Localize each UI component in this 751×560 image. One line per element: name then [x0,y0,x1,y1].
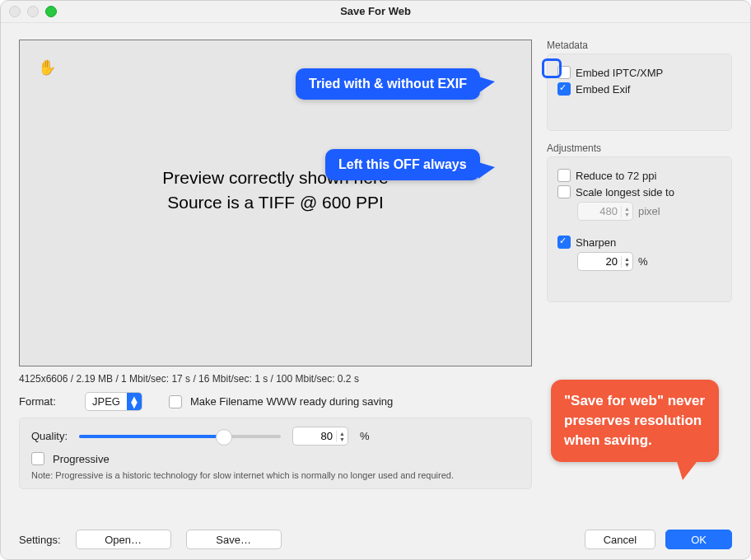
title-bar: Save For Web [1,1,750,23]
save-settings-button[interactable]: Save… [186,530,282,549]
scale-longest-checkbox[interactable] [557,185,571,198]
scale-longest-label: Scale longest side to [576,186,674,198]
www-filename-label: Make Filename WWW ready during saving [190,395,393,408]
adjustments-group: Reduce to 72 ppi Scale longest side to ▲… [547,156,732,302]
sharpen-input[interactable]: ▲▼ [577,252,633,271]
cancel-button[interactable]: Cancel [585,530,655,549]
format-label: Format: [19,395,77,408]
open-settings-button[interactable]: Open… [76,530,171,549]
annotation-adjustments-text: Left this OFF always [338,157,467,171]
stepper-icon[interactable]: ▲▼ [336,431,348,442]
stepper-icon: ▲▼ [621,206,632,217]
window-title: Save For Web [340,5,411,17]
embed-exif-checkbox[interactable] [557,82,571,96]
progressive-note: Note: Progressive is a historic technolo… [31,470,520,480]
hand-tool-icon: ✋ [38,58,56,77]
metadata-group: Embed IPTC/XMP Embed Exif [547,54,732,131]
minimize-window-button[interactable] [27,6,39,17]
stepper-icon[interactable]: ▲▼ [621,256,632,268]
progressive-label: Progressive [53,453,110,465]
window-controls [9,6,57,17]
save-for-web-window: Save For Web ✋ Preview correctly shown h… [0,0,751,560]
format-select[interactable]: JPEG ▲▼ [85,392,142,411]
ok-button[interactable]: OK [665,530,732,549]
percent-label: % [360,430,370,442]
sharpen-unit-label: % [638,255,648,268]
format-value: JPEG [86,395,127,408]
quality-value[interactable] [293,430,336,442]
annotation-save: "Save for web" never preserves resolutio… [551,380,719,462]
quality-slider[interactable] [79,429,281,444]
annotation-save-text: "Save for web" never preserves resolutio… [564,393,705,448]
www-filename-checkbox[interactable] [169,395,182,408]
preview-line-2: Source is a TIFF @ 600 PPI [162,190,388,215]
close-window-button[interactable] [9,6,21,17]
adjustments-group-title: Adjustments [547,142,732,154]
slider-thumb[interactable] [216,429,232,446]
embed-iptc-label: Embed IPTC/XMP [576,67,663,79]
pixel-unit-label: pixel [638,205,660,217]
progressive-checkbox[interactable] [31,452,44,465]
metadata-group-title: Metadata [547,40,732,51]
scale-pixel-input: ▲▼ [577,202,633,221]
quality-panel: Quality: ▲▼ % Progressive [19,418,532,489]
reduce-ppi-label: Reduce to 72 ppi [576,170,656,182]
quality-input[interactable]: ▲▼ [292,427,348,446]
settings-label: Settings: [19,534,61,546]
sharpen-value[interactable] [578,255,621,268]
scale-pixel-value [578,205,621,217]
annotation-exif-text: Tried with & without EXIF [309,77,467,91]
embed-iptc-checkbox[interactable] [557,66,571,79]
quality-label: Quality: [31,430,68,442]
annotation-adjustments: Left this OFF always [325,149,480,180]
image-info-status: 4125x6606 / 2.19 MB / 1 Mbit/sec: 17 s /… [19,373,532,385]
sharpen-checkbox[interactable] [557,236,571,249]
reduce-ppi-checkbox[interactable] [557,169,571,182]
annotation-exif: Tried with & without EXIF [296,68,480,100]
zoom-window-button[interactable] [45,6,57,17]
embed-exif-label: Embed Exif [576,83,630,96]
updown-icon: ▲▼ [127,393,142,410]
sharpen-label: Sharpen [576,236,616,249]
